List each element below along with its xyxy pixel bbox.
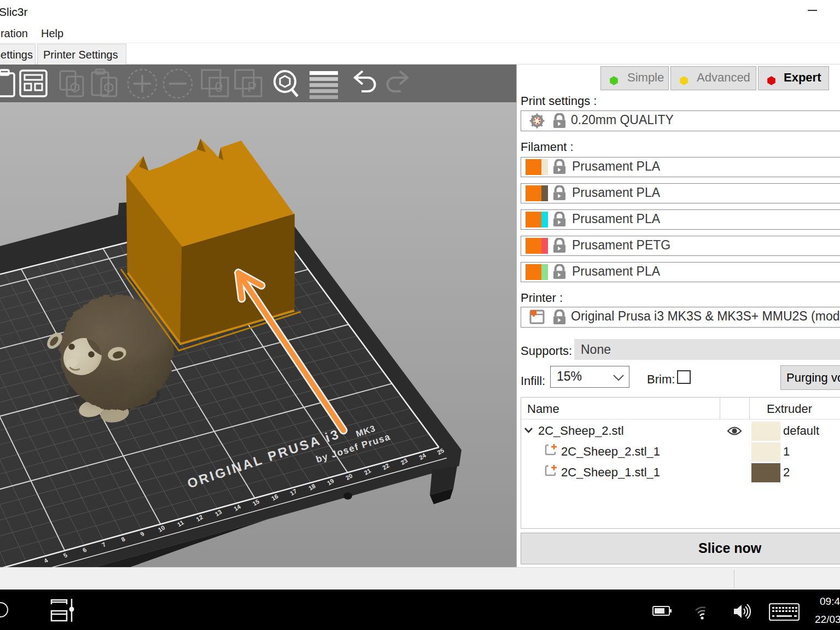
- svg-text:P: P: [247, 79, 256, 95]
- svg-text:0: 0: [215, 79, 223, 95]
